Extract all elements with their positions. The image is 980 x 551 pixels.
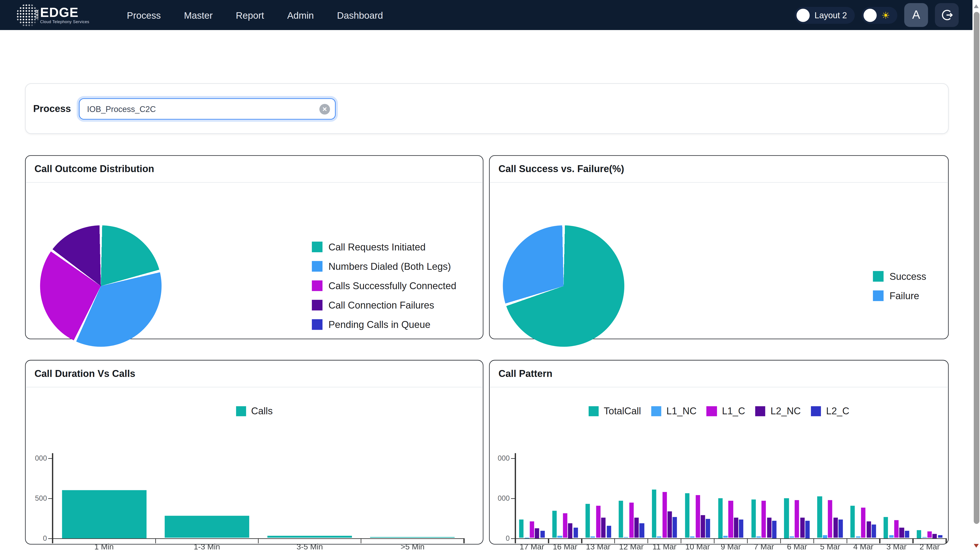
bar-L2_NC[interactable] (535, 528, 539, 538)
process-input[interactable] (79, 98, 336, 119)
legend-item[interactable]: Calls Successfully Connected (312, 276, 457, 295)
bar-L2_C[interactable] (673, 517, 677, 538)
bar-L1_NC[interactable] (624, 537, 628, 538)
bar-TotalCall[interactable] (851, 505, 855, 538)
bar-TotalCall[interactable] (585, 503, 590, 538)
bar-L1_C[interactable] (928, 531, 932, 538)
nav-item-admin[interactable]: Admin (287, 10, 314, 21)
bar-L2_C[interactable] (573, 528, 578, 538)
toggle-knob[interactable] (863, 8, 877, 22)
scroll-up-icon[interactable] (973, 5, 978, 8)
bar-L1_NC[interactable] (723, 536, 728, 538)
bar-L2_NC[interactable] (601, 518, 606, 538)
layout-toggle[interactable]: Layout 2 (794, 7, 854, 24)
bar-L1_C[interactable] (563, 513, 567, 538)
bar-L1_NC[interactable] (789, 536, 794, 538)
bar-L2_C[interactable] (606, 526, 611, 538)
bar-L2_NC[interactable] (701, 515, 705, 538)
legend-item[interactable]: L1_NC (651, 406, 697, 417)
nav-item-process[interactable]: Process (127, 10, 161, 21)
bar-L1_C[interactable] (695, 495, 700, 538)
bar-TotalCall[interactable] (718, 498, 722, 538)
bar-L2_NC[interactable] (668, 511, 672, 538)
bar-L2_C[interactable] (540, 530, 544, 538)
scrollbar-thumb[interactable] (973, 12, 979, 524)
bar-L1_C[interactable] (729, 500, 733, 538)
legend-item[interactable]: Failure (873, 286, 926, 305)
bar-L2_C[interactable] (938, 535, 942, 538)
bar-L1_NC[interactable] (591, 536, 595, 538)
bar-TotalCall[interactable] (519, 519, 523, 538)
pie-chart-success-failure[interactable] (503, 225, 624, 347)
legend-item[interactable]: Calls (236, 406, 273, 417)
bar-L1_C[interactable] (795, 500, 799, 538)
legend-item[interactable]: L1_C (707, 406, 745, 417)
logout-button[interactable] (935, 3, 959, 27)
legend-item[interactable]: Pending Calls in Queue (312, 315, 457, 334)
bar-L1_C[interactable] (861, 508, 865, 538)
bar-L2_C[interactable] (838, 520, 843, 538)
bar-L1_NC[interactable] (856, 537, 861, 538)
bar-L2_NC[interactable] (800, 518, 805, 538)
bar-L2_C[interactable] (772, 521, 776, 538)
bar-L1_NC[interactable] (889, 535, 893, 538)
bar-Calls[interactable] (165, 516, 249, 538)
bar-L1_C[interactable] (894, 521, 899, 538)
bar-L1_C[interactable] (629, 502, 634, 538)
bar-TotalCall[interactable] (917, 530, 921, 538)
bar-L2_NC[interactable] (734, 518, 738, 538)
bar-L2_NC[interactable] (833, 518, 838, 538)
bar-L1_C[interactable] (662, 492, 667, 538)
legend-item[interactable]: Call Requests Initiated (312, 237, 457, 257)
bar-L1_NC[interactable] (922, 537, 926, 538)
bar-TotalCall[interactable] (685, 493, 689, 538)
bar-L1_NC[interactable] (525, 537, 529, 538)
nav-item-report[interactable]: Report (236, 10, 264, 21)
bar-L1_NC[interactable] (823, 535, 827, 538)
bar-L2_NC[interactable] (932, 534, 937, 538)
brand-logo[interactable]: IVR EDGE Cloud Telephony Services (16, 3, 89, 27)
bar-L1_NC[interactable] (756, 537, 761, 538)
legend-item[interactable]: TotalCall (589, 406, 641, 417)
bar-Calls[interactable] (62, 490, 146, 538)
legend-item[interactable]: L2_C (811, 406, 849, 417)
bar-L2_C[interactable] (706, 519, 710, 538)
pie-chart-call-outcome[interactable] (40, 225, 161, 347)
bar-L1_C[interactable] (828, 500, 832, 538)
bar-L1_C[interactable] (530, 521, 534, 538)
bar-TotalCall[interactable] (818, 497, 822, 538)
bar-L1_NC[interactable] (690, 536, 695, 538)
bar-L2_C[interactable] (872, 524, 876, 538)
bar-L2_C[interactable] (739, 519, 743, 538)
bar-TotalCall[interactable] (652, 490, 656, 538)
bar-Calls[interactable] (267, 536, 352, 538)
bar-L2_C[interactable] (805, 521, 810, 538)
legend-item[interactable]: Call Connection Failures (312, 295, 457, 315)
bar-TotalCall[interactable] (552, 511, 557, 538)
legend-item[interactable]: Numbers Dialed (Both Legs) (312, 257, 457, 276)
legend-item[interactable]: Success (873, 267, 926, 286)
bar-L2_NC[interactable] (900, 528, 904, 538)
bar-L2_C[interactable] (905, 530, 909, 538)
bar-L2_NC[interactable] (568, 523, 573, 538)
bar-L1_NC[interactable] (657, 536, 662, 538)
bar-L1_C[interactable] (762, 501, 766, 538)
legend-item[interactable]: L2_NC (755, 406, 801, 417)
bar-L1_C[interactable] (596, 506, 600, 538)
bar-L2_NC[interactable] (634, 518, 639, 538)
scroll-down-icon[interactable] (973, 544, 978, 548)
bar-TotalCall[interactable] (619, 501, 623, 538)
user-avatar-button[interactable]: A (904, 3, 928, 27)
bar-L2_NC[interactable] (767, 518, 771, 538)
bar-Calls[interactable] (371, 537, 455, 538)
theme-toggle[interactable]: ☀ (861, 7, 897, 24)
nav-item-dashboard[interactable]: Dashboard (337, 10, 383, 21)
bar-L2_C[interactable] (640, 523, 644, 538)
bar-TotalCall[interactable] (784, 498, 789, 538)
bar-TotalCall[interactable] (884, 517, 888, 538)
toggle-knob[interactable] (797, 8, 810, 22)
nav-item-master[interactable]: Master (184, 10, 213, 21)
bar-L2_NC[interactable] (866, 521, 871, 538)
bar-L1_NC[interactable] (557, 536, 562, 538)
bar-TotalCall[interactable] (751, 499, 756, 538)
